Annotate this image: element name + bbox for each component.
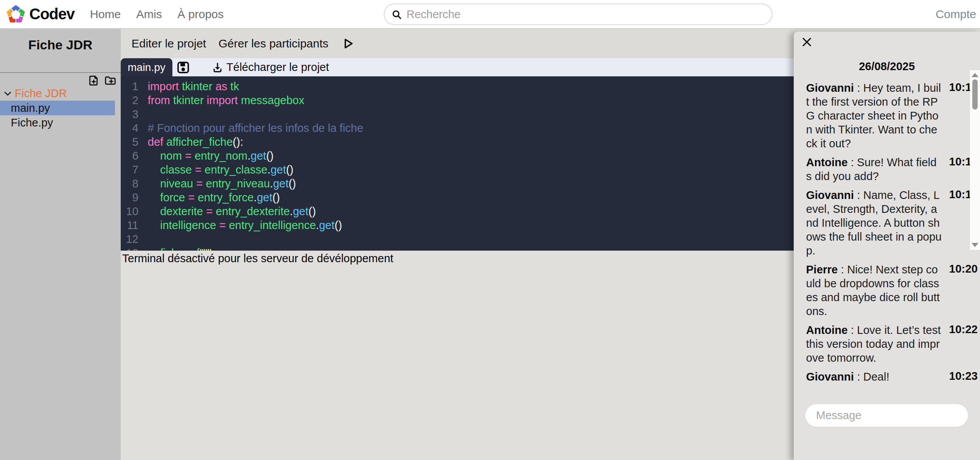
new-folder-button[interactable] bbox=[104, 74, 116, 87]
navbar: Codev Home Amis À propos Compte bbox=[0, 0, 980, 29]
chat-message: Giovanni : Hey team, I built the first v… bbox=[806, 81, 980, 150]
tree-folder-row[interactable]: Fiche JDR bbox=[0, 86, 121, 101]
project-title: Fiche JDR bbox=[0, 37, 121, 52]
chat-message-author: Pierre bbox=[806, 263, 838, 276]
chat-message-time: 10:22 bbox=[949, 323, 978, 336]
chat-message: Antoine : Sure! What fields did you add?… bbox=[806, 155, 980, 183]
scrollbar-thumb[interactable] bbox=[972, 79, 978, 110]
save-file-button[interactable] bbox=[176, 61, 190, 74]
chat-message-author: Antoine bbox=[806, 324, 848, 336]
chat-message: Giovanni : Deal!10:23 bbox=[806, 370, 980, 384]
search-icon bbox=[391, 9, 402, 20]
new-file-button[interactable] bbox=[88, 74, 100, 87]
download-icon bbox=[212, 62, 223, 73]
scroll-down-arrow-icon[interactable] bbox=[972, 243, 978, 247]
tree-folder-label: Fiche JDR bbox=[15, 87, 67, 100]
chat-message-author: Giovanni bbox=[806, 371, 854, 383]
tree-file-Fiche.py[interactable]: Fiche.py bbox=[0, 115, 121, 130]
account-link[interactable]: Compte bbox=[936, 8, 976, 21]
sidebar-divider bbox=[0, 72, 121, 73]
nav-links: Home Amis À propos bbox=[90, 8, 224, 21]
play-icon bbox=[342, 37, 354, 50]
chat-panel: 26/08/2025 Giovanni : Hey team, I built … bbox=[794, 32, 980, 460]
run-project-button[interactable] bbox=[342, 37, 354, 50]
brand-title[interactable]: Codev bbox=[29, 5, 74, 23]
nav-link-a-propos[interactable]: À propos bbox=[177, 8, 224, 21]
tab-main-py[interactable]: main.py bbox=[121, 58, 172, 76]
app-screen: Codev Home Amis À propos Compte Fiche JD… bbox=[0, 0, 980, 460]
chat-message-list: Giovanni : Hey team, I built the first v… bbox=[806, 81, 980, 389]
chat-message: Giovanni : Name, Class, Level, Strength,… bbox=[806, 188, 980, 258]
codev-logo-icon[interactable] bbox=[5, 4, 26, 25]
download-project-button[interactable]: Télécharger le projet bbox=[212, 61, 329, 74]
chat-scrollbar[interactable] bbox=[970, 70, 980, 250]
chat-message-time: 10:23 bbox=[949, 370, 978, 382]
manage-participants-button[interactable]: Gérer les participants bbox=[218, 37, 328, 50]
chat-message-author: Giovanni bbox=[806, 189, 854, 201]
chat-message-author: Giovanni bbox=[806, 82, 854, 94]
tree-file-main.py[interactable]: main.py bbox=[0, 101, 115, 115]
close-icon bbox=[801, 37, 812, 47]
edit-project-button[interactable]: Editer le projet bbox=[132, 37, 206, 50]
chat-date: 26/08/2025 bbox=[794, 60, 980, 73]
nav-link-home[interactable]: Home bbox=[90, 8, 121, 21]
nav-link-amis[interactable]: Amis bbox=[136, 8, 162, 21]
file-tree: Fiche JDR main.pyFiche.py bbox=[0, 86, 121, 130]
search-input[interactable] bbox=[406, 8, 772, 21]
tree-file-list: main.pyFiche.py bbox=[0, 101, 121, 130]
sidebar-actions bbox=[88, 74, 116, 87]
save-icon bbox=[176, 61, 190, 74]
scroll-up-arrow-icon[interactable] bbox=[972, 73, 978, 77]
chat-message-time: 10:20 bbox=[949, 263, 978, 275]
chat-message-input[interactable] bbox=[805, 404, 968, 427]
chat-message-author: Antoine bbox=[806, 156, 848, 168]
download-label: Télécharger le projet bbox=[226, 61, 329, 74]
chat-message: Pierre : Nice! Next step could be dropdo… bbox=[806, 263, 980, 318]
chevron-down-icon bbox=[3, 89, 12, 98]
sidebar: Fiche JDR Fiche J bbox=[0, 29, 121, 460]
search-bar bbox=[384, 3, 773, 25]
chat-message: Antoine : Love it. Let’s test this versi… bbox=[806, 323, 980, 365]
chat-close-button[interactable] bbox=[801, 37, 812, 47]
